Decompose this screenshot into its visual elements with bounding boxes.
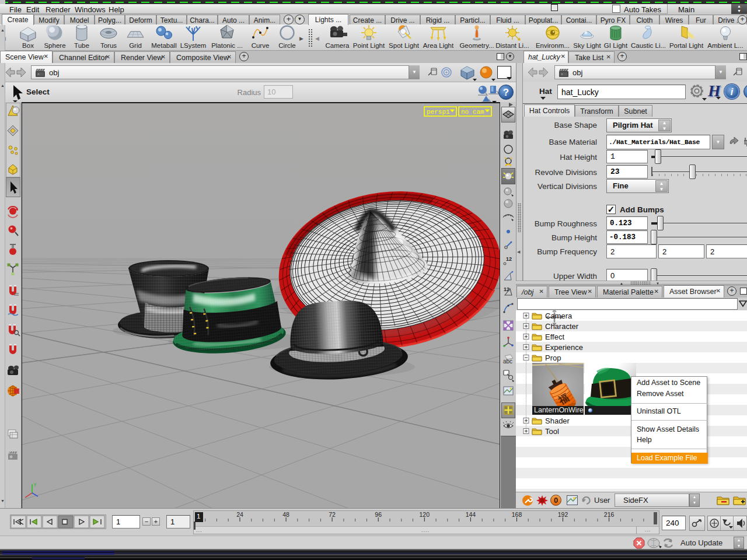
svg-text:216: 216	[604, 511, 615, 518]
svg-text:48: 48	[282, 511, 289, 518]
svg-text:168: 168	[512, 511, 522, 518]
svg-text:12: 12	[504, 286, 509, 292]
svg-text:192: 192	[558, 511, 568, 518]
svg-text:144: 144	[466, 511, 476, 518]
svg-text:12: 12	[506, 256, 512, 262]
svg-text:96: 96	[375, 511, 382, 518]
svg-text:y: y	[34, 481, 36, 487]
svg-text:abc: abc	[503, 358, 512, 365]
svg-text:no cam: no cam	[461, 108, 484, 116]
svg-text:120: 120	[420, 511, 430, 518]
svg-text:72: 72	[329, 511, 336, 518]
svg-text:persp1: persp1	[427, 108, 450, 116]
svg-text:24: 24	[236, 511, 243, 518]
